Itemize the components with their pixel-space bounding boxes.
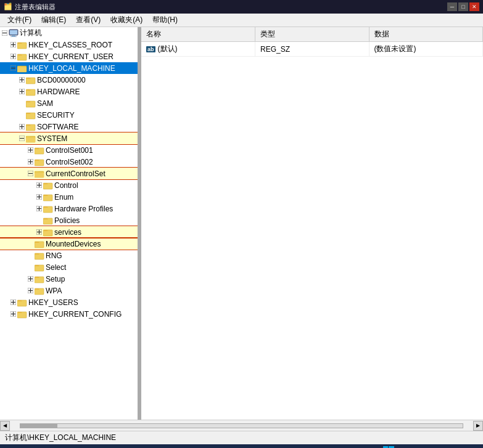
expand-icon-controlset002[interactable] xyxy=(26,158,35,166)
svg-rect-5 xyxy=(10,36,17,37)
folder-icon-controlset001 xyxy=(35,146,44,155)
registry-tree[interactable]: 计算机 HKEY_CLASSES_ROOT HKEY_CURRENT_USER … xyxy=(0,27,139,420)
folder-icon-bcd00000000 xyxy=(26,76,36,84)
expand-icon-hkey_classes_root[interactable] xyxy=(9,41,17,49)
expand-icon-hardware[interactable] xyxy=(17,88,26,96)
tree-node-services[interactable]: services xyxy=(0,226,138,238)
tree-node-bcd00000000[interactable]: BCD00000000 xyxy=(0,74,138,86)
node-label-hardware: HARDWARE xyxy=(37,88,80,96)
expand-icon-bcd00000000[interactable] xyxy=(17,76,26,84)
col-name: 名称 xyxy=(141,27,255,42)
scroll-right-button[interactable]: ▶ xyxy=(473,421,483,431)
window-controls: ─ □ ✕ xyxy=(447,2,479,11)
node-label-wpa: WPA xyxy=(46,287,62,295)
tree-node-currentcontrolset[interactable]: CurrentControlSet xyxy=(0,168,138,179)
folder-icon-rng xyxy=(35,251,44,260)
menu-file[interactable]: 文件(F) xyxy=(2,14,36,26)
menu-view[interactable]: 查看(V) xyxy=(71,14,105,26)
svg-rect-35 xyxy=(26,137,35,142)
registry-values-panel: 名称 类型 数据 ab(默认)REG_SZ(数值未设置) xyxy=(141,27,483,420)
menu-edit[interactable]: 编辑(E) xyxy=(36,14,71,26)
svg-rect-17 xyxy=(17,67,27,72)
tree-node-hkey_current_user[interactable]: HKEY_CURRENT_USER xyxy=(0,51,138,62)
folder-icon-services xyxy=(43,228,53,237)
tree-node-mounteddevices[interactable]: MountedDevices xyxy=(0,238,138,250)
expand-icon-computer[interactable] xyxy=(0,29,9,38)
node-label-system: SYSTEM xyxy=(37,134,67,143)
node-label-rng: RNG xyxy=(46,251,62,260)
expand-icon-wpa[interactable] xyxy=(26,287,35,295)
tree-node-policies[interactable]: Policies xyxy=(0,214,138,226)
watermark-bar: 系统之家 Win10net.com xyxy=(0,444,483,448)
expand-icon-currentcontrolset[interactable] xyxy=(26,169,35,178)
expand-icon-hkey_users[interactable] xyxy=(9,298,17,307)
node-label-hardware_profiles: Hardware Profiles xyxy=(54,205,113,213)
tree-node-hardware[interactable]: HARDWARE xyxy=(0,86,138,97)
cell-name-text: (默认) xyxy=(158,44,178,54)
menu-favorites[interactable]: 收藏夹(A) xyxy=(105,14,147,26)
window-title: 注册表编辑器 xyxy=(15,2,447,12)
minimize-button[interactable]: ─ xyxy=(447,2,457,11)
status-text: 计算机\HKEY_LOCAL_MACHINE xyxy=(5,433,116,443)
svg-rect-3 xyxy=(10,30,17,35)
tree-node-software[interactable]: SOFTWARE xyxy=(0,121,138,132)
tree-node-setup[interactable]: Setup xyxy=(0,273,138,285)
tree-node-hkey_users[interactable]: HKEY_USERS xyxy=(0,296,138,308)
folder-icon-controlset002 xyxy=(35,158,44,166)
tree-node-control[interactable]: Control xyxy=(0,179,138,191)
tree-node-sam[interactable]: SAM xyxy=(0,97,138,109)
expand-icon-control[interactable] xyxy=(35,181,43,190)
expand-icon-hkey_current_user[interactable] xyxy=(9,52,17,61)
node-label-security: SECURITY xyxy=(37,111,75,120)
expand-icon-setup[interactable] xyxy=(26,275,35,283)
expand-icon-software[interactable] xyxy=(17,123,26,131)
tree-node-security[interactable]: SECURITY xyxy=(0,109,138,121)
expand-icon-controlset001[interactable] xyxy=(26,146,35,155)
tree-node-hardware_profiles[interactable]: Hardware Profiles xyxy=(0,203,138,214)
app-icon: 🗂️ xyxy=(4,2,12,11)
tree-node-controlset002[interactable]: ControlSet002 xyxy=(0,156,138,168)
folder-icon-hkey_current_user xyxy=(17,52,27,61)
expand-icon-enum[interactable] xyxy=(35,193,43,202)
expand-icon-services[interactable] xyxy=(35,228,43,237)
tree-node-enum[interactable]: Enum xyxy=(0,191,138,203)
node-label-mounteddevices: MountedDevices xyxy=(46,240,101,248)
tree-node-hkey_current_config[interactable]: HKEY_CURRENT_CONFIG xyxy=(0,308,138,320)
menu-help[interactable]: 帮助(H) xyxy=(147,14,183,26)
expand-icon-system[interactable] xyxy=(17,134,26,143)
cell-data: (数值未设置) xyxy=(369,42,483,57)
folder-icon-software xyxy=(26,123,36,131)
expand-icon-hkey_current_config[interactable] xyxy=(9,310,17,319)
folder-icon-hardware xyxy=(26,88,36,96)
folder-icon-setup xyxy=(35,275,44,283)
tree-node-hkey_local_machine[interactable]: HKEY_LOCAL_MACHINE xyxy=(0,62,138,74)
close-button[interactable]: ✕ xyxy=(469,2,479,11)
tree-node-rng[interactable]: RNG xyxy=(0,250,138,261)
scroll-track[interactable] xyxy=(20,423,463,428)
node-label-controlset001: ControlSet001 xyxy=(46,146,93,155)
table-row[interactable]: ab(默认)REG_SZ(数值未设置) xyxy=(141,42,483,57)
tree-node-controlset001[interactable]: ControlSet001 xyxy=(0,144,138,156)
svg-rect-47 xyxy=(35,173,44,177)
tree-node-wpa[interactable]: WPA xyxy=(0,285,138,296)
scroll-thumb[interactable] xyxy=(20,424,57,428)
scroll-left-button[interactable]: ◀ xyxy=(0,421,10,431)
registry-table: 名称 类型 数据 ab(默认)REG_SZ(数值未设置) xyxy=(141,27,483,420)
tree-node-hkey_classes_root[interactable]: HKEY_CLASSES_ROOT xyxy=(0,39,138,51)
horizontal-scrollbar[interactable]: ◀ ▶ xyxy=(0,420,483,431)
tree-node-select[interactable]: Select xyxy=(0,261,138,273)
expand-icon-hkey_local_machine[interactable] xyxy=(9,64,17,73)
tree-node-computer[interactable]: 计算机 xyxy=(0,27,138,39)
node-label-policies: Policies xyxy=(54,216,80,225)
title-bar: 🗂️ 注册表编辑器 ─ □ ✕ xyxy=(0,0,483,14)
node-label-hkey_local_machine: HKEY_LOCAL_MACHINE xyxy=(28,64,115,73)
maximize-button[interactable]: □ xyxy=(458,2,468,11)
expand-icon-hardware_profiles[interactable] xyxy=(35,205,43,213)
node-label-select: Select xyxy=(46,263,66,272)
tree-node-system[interactable]: SYSTEM xyxy=(0,132,138,144)
svg-rect-4 xyxy=(12,35,15,36)
node-label-services: services xyxy=(54,228,81,237)
node-label-hkey_current_config: HKEY_CURRENT_CONFIG xyxy=(28,310,122,319)
status-bar: 计算机\HKEY_LOCAL_MACHINE xyxy=(0,431,483,444)
node-label-currentcontrolset: CurrentControlSet xyxy=(46,169,105,178)
